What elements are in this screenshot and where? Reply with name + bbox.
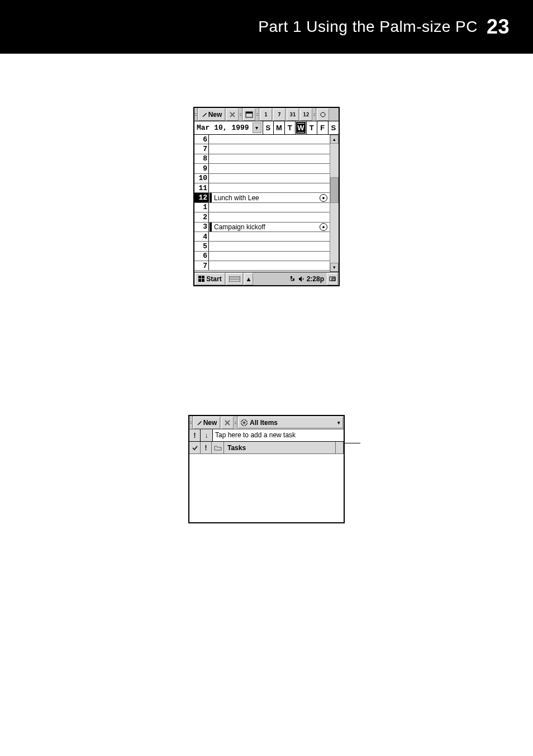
view-day-button[interactable]: 1 (260, 108, 272, 121)
day-saturday[interactable]: S (328, 121, 339, 134)
header-checkbox[interactable] (189, 442, 201, 453)
priority-icon: ! (205, 444, 207, 452)
hour-label: 9 (194, 164, 209, 173)
desktop-button[interactable] (327, 273, 338, 285)
sip-up-button[interactable]: ▴ (244, 273, 253, 285)
hour-event-cell[interactable] (209, 183, 330, 192)
separator (313, 108, 316, 121)
view-month-button[interactable]: 31 (287, 108, 299, 121)
header-tasks[interactable]: Tasks (224, 442, 336, 453)
delete-button[interactable] (226, 108, 239, 121)
hour-row[interactable]: 2 (194, 212, 330, 222)
date-bar: Mar 10, 1999 ▾ S M T W T F S (194, 121, 339, 135)
taskbar: Start ▴ 2:28p (194, 272, 339, 285)
year-icon: 12 (303, 112, 310, 117)
category-label: All Items (250, 419, 278, 427)
keyboard-button[interactable] (226, 273, 243, 285)
keyboard-icon (229, 276, 240, 282)
hour-event-cell[interactable] (209, 252, 330, 261)
new-button[interactable]: New (198, 108, 225, 121)
hour-row[interactable]: 10 (194, 174, 330, 183)
svg-rect-6 (202, 279, 204, 282)
month-icon: 31 (290, 112, 296, 117)
hour-label: 1 (194, 203, 209, 212)
reminder-icon: ● (320, 223, 327, 231)
goto-button[interactable] (243, 108, 255, 121)
scroll-up-button[interactable]: ▴ (330, 135, 339, 144)
hour-row[interactable]: 4 (194, 232, 330, 242)
view-week-button[interactable]: 7 (273, 108, 285, 121)
scroll-track[interactable] (330, 144, 339, 263)
day-sunday[interactable]: S (263, 121, 273, 134)
tasks-toolbar: New All Items ▾ (189, 416, 344, 429)
hour-row[interactable]: 12Lunch with Lee● (194, 193, 330, 202)
day-wednesday[interactable]: W (295, 121, 306, 134)
reminder-icon: ● (320, 194, 327, 202)
header-title: Part 1 Using the Palm-size PC (258, 18, 478, 36)
svg-point-2 (321, 112, 325, 117)
hour-row[interactable]: 11 (194, 183, 330, 193)
hour-event-cell[interactable] (209, 261, 330, 270)
hour-event-cell[interactable] (209, 135, 330, 144)
hour-event-cell[interactable] (209, 174, 330, 183)
hour-row[interactable]: 7 (194, 261, 330, 271)
hour-row[interactable]: 6 (194, 252, 330, 261)
separator (234, 416, 237, 429)
hour-event-cell[interactable]: Lunch with Lee● (210, 193, 330, 202)
priority-cell[interactable]: ! (189, 429, 201, 441)
day-tuesday[interactable]: T (284, 121, 295, 134)
event-title: Lunch with Lee (214, 194, 259, 202)
day-monday[interactable]: M (273, 121, 284, 134)
hour-event-cell[interactable] (209, 203, 330, 212)
hour-label: 11 (194, 183, 209, 192)
hour-row[interactable]: 6 (194, 135, 330, 144)
hour-row[interactable]: 1 (194, 203, 330, 212)
new-button[interactable]: New (193, 417, 220, 429)
calendar-window: New 1 7 31 12 Mar 10, 1999 ▾ S M (193, 107, 340, 286)
hour-event-cell[interactable] (209, 232, 330, 241)
hour-event-cell[interactable] (209, 154, 330, 163)
sort-cell[interactable]: ↓ (201, 429, 213, 441)
hour-event-cell[interactable] (209, 242, 330, 251)
hour-event-cell[interactable] (209, 164, 330, 173)
hour-event-cell[interactable]: Campaign kickoff● (210, 223, 330, 231)
date-dropdown[interactable]: ▾ (253, 122, 261, 133)
new-task-input[interactable]: Tap here to add a new task (213, 429, 344, 441)
hour-row[interactable]: 9 (194, 164, 330, 173)
day-thursday[interactable]: T (306, 121, 317, 134)
x-icon (224, 419, 231, 426)
taskbar-spacer (254, 272, 287, 285)
scrollbar[interactable]: ▴ ▾ (330, 135, 339, 272)
scroll-down-button[interactable]: ▾ (330, 263, 339, 272)
drag-grip[interactable] (194, 108, 198, 121)
header-folder[interactable] (212, 442, 224, 453)
event-title: Campaign kickoff (214, 223, 265, 231)
start-button[interactable]: Start (195, 273, 225, 285)
hour-row[interactable]: 3Campaign kickoff● (194, 223, 330, 232)
tasks-list-body[interactable] (189, 454, 344, 522)
hour-label: 6 (194, 135, 209, 144)
hour-row[interactable]: 7 (194, 144, 330, 154)
view-year-button[interactable]: 12 (300, 108, 312, 121)
days-of-week: S M T W T F S (263, 121, 339, 134)
speaker-icon[interactable] (298, 276, 304, 282)
hour-event-cell[interactable] (209, 144, 330, 153)
connection-icon[interactable] (289, 276, 296, 282)
hour-label: 6 (194, 252, 209, 261)
callout-line (345, 443, 360, 443)
x-icon (229, 111, 236, 118)
header-priority[interactable]: ! (201, 442, 212, 453)
delete-button[interactable] (221, 417, 234, 429)
hour-row[interactable]: 8 (194, 154, 330, 164)
tools-button[interactable] (317, 108, 329, 121)
hour-row[interactable]: 5 (194, 242, 330, 251)
hour-label: 7 (194, 261, 209, 270)
drag-grip[interactable] (189, 416, 193, 429)
scroll-thumb[interactable] (330, 177, 339, 203)
hour-event-cell[interactable] (209, 212, 330, 221)
clock[interactable]: 2:28p (307, 275, 324, 283)
header-scroll (336, 442, 344, 453)
day-friday[interactable]: F (317, 121, 327, 134)
category-dropdown[interactable]: All Items ▾ (238, 417, 343, 428)
svg-rect-11 (293, 278, 294, 281)
